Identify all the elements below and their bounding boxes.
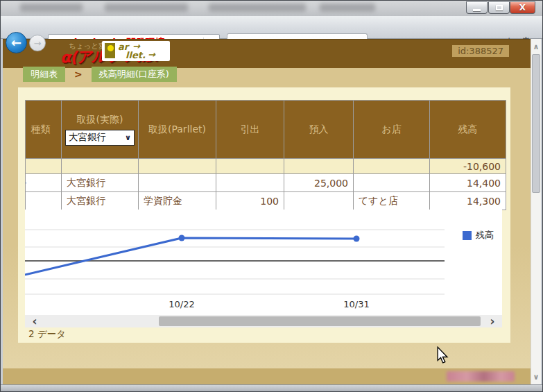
select-chevron-icon: ∨	[125, 133, 131, 142]
logo-text-line2: llet.	[126, 50, 146, 60]
table-row: 丶 大宮銀行 25,000 14,400	[26, 174, 506, 192]
logo-arrow-icon: →	[148, 49, 155, 60]
x-tick-label: 10/22	[169, 299, 194, 309]
vertical-scrollbar-thumb[interactable]	[532, 54, 540, 193]
breadcrumb: 明細表 > 残高明細(口座系)	[23, 67, 177, 82]
scroll-right-icon[interactable]: ›	[485, 315, 499, 327]
window-bottom-frame	[1, 384, 542, 392]
col-header-handler-parllet: 取扱(Parllet)	[139, 101, 216, 159]
minimize-icon	[473, 9, 481, 11]
chart-legend: 残高	[463, 229, 494, 241]
parllet-logo[interactable]: ar → llet. →	[102, 41, 170, 61]
horizontal-scrollbar-thumb[interactable]	[159, 316, 481, 326]
logo-yellow-dot-icon	[107, 45, 114, 51]
data-point-10-22	[179, 235, 185, 241]
breadcrumb-item-zandaka-meisai[interactable]: 残高明細(口座系)	[92, 67, 177, 82]
censored-title-text	[209, 3, 306, 12]
col-header-balance: 残高	[430, 101, 506, 159]
table-row: 大宮銀行 学資貯金 100 てすと店 14,300	[26, 192, 506, 210]
clipped-text: 丶	[26, 177, 33, 189]
minimize-button[interactable]	[466, 1, 488, 14]
legend-label: 残高	[476, 229, 494, 241]
bank-filter-select[interactable]: 大宮銀行 ∨	[65, 130, 135, 146]
censored-footer-text	[447, 371, 515, 382]
data-count-label: 2 データ	[28, 328, 66, 341]
legend-color-swatch	[463, 231, 472, 240]
col-header-shop: お店	[354, 101, 430, 159]
page-content: ちょっと変わった α(アルファ)版 ar → llet. → id:388527…	[3, 39, 531, 384]
balance-series-line	[25, 238, 356, 275]
data-point-10-31	[354, 236, 360, 242]
content-panel: 種類 取扱(実際) 大宮銀行 ∨ 取扱(Parllet) 引出 預入 お	[18, 87, 510, 343]
chart-plot: 10/22 10/31	[25, 210, 445, 312]
scroll-up-icon[interactable]: ∧	[531, 41, 541, 52]
close-icon: X	[519, 3, 526, 12]
page-footer	[3, 368, 531, 384]
breadcrumb-separator: >	[74, 69, 83, 80]
back-icon: ←	[11, 35, 21, 50]
censored-title-text	[105, 3, 188, 12]
scroll-down-icon[interactable]: ∨	[531, 371, 541, 382]
breadcrumb-item-meisaihyou[interactable]: 明細表	[23, 67, 65, 82]
col-header-type: 種類	[26, 101, 62, 159]
scroll-left-icon[interactable]: ‹	[28, 315, 42, 327]
user-id-badge: id:388527	[452, 45, 509, 57]
mouse-cursor	[436, 346, 449, 367]
censored-title-text	[320, 3, 375, 12]
bank-filter-value: 大宮銀行	[69, 131, 122, 144]
table-header-row: 種類 取扱(実際) 大宮銀行 ∨ 取扱(Parllet) 引出 預入 お	[26, 101, 506, 159]
vertical-scrollbar[interactable]: ∧ ∨	[531, 39, 541, 384]
x-tick-label: 10/31	[343, 299, 369, 309]
col-header-withdrawal: 引出	[216, 101, 284, 159]
col-header-deposit: 預入	[284, 101, 354, 159]
maximize-icon	[496, 5, 503, 10]
table-row-summary: -10,600	[26, 159, 506, 174]
maximize-button[interactable]	[488, 1, 510, 14]
censored-title-text	[20, 3, 83, 12]
horizontal-scrollbar[interactable]: ‹ ›	[25, 315, 502, 327]
browser-navbar: ← → sakashushu開発環境 ↻ 残高明細(口座系) × ⌂ ★ ⚙	[1, 16, 542, 39]
close-button[interactable]: X	[510, 1, 535, 14]
back-button[interactable]: ←	[6, 32, 27, 53]
window-titlebar[interactable]: X	[1, 1, 542, 16]
col-header-handler-actual-label: 取扱(実際)	[77, 114, 123, 126]
balance-line-chart: 10/22 10/31 残高	[25, 210, 502, 315]
balance-table: 種類 取扱(実際) 大宮銀行 ∨ 取扱(Parllet) 引出 預入 お	[25, 100, 506, 210]
summary-balance-cell: -10,600	[430, 159, 506, 174]
forward-button[interactable]: →	[29, 35, 46, 51]
col-header-handler-actual: 取扱(実際) 大宮銀行 ∨	[62, 101, 139, 159]
browser-window: X ← → sakashushu開発環境 ↻ 残高明細(口座系) × ⌂ ★ ⚙	[0, 0, 543, 392]
forward-icon: →	[34, 38, 42, 49]
site-header: ちょっと変わった α(アルファ)版 ar → llet. → id:388527	[3, 39, 531, 68]
